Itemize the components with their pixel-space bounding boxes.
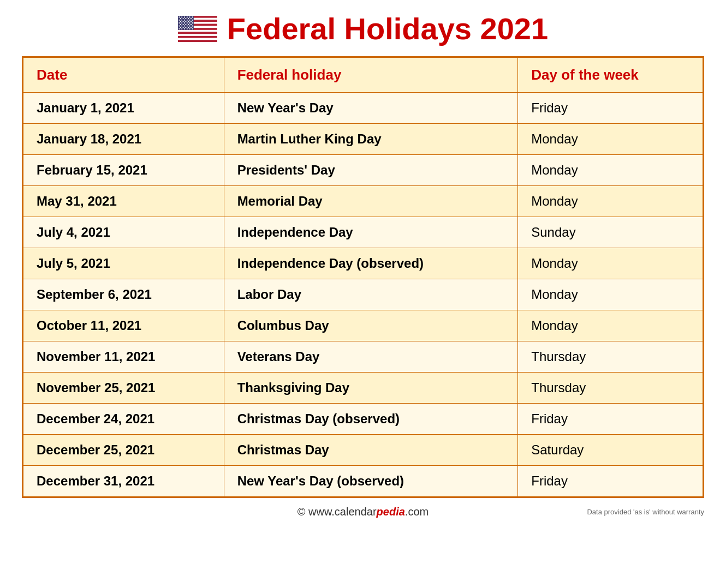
cell-day: Monday (518, 279, 703, 310)
svg-point-53 (180, 27, 181, 28)
svg-point-46 (191, 23, 192, 25)
us-flag-icon (178, 16, 217, 42)
holidays-table: Date Federal holiday Day of the week Jan… (23, 57, 703, 497)
svg-rect-7 (178, 29, 217, 32)
svg-point-52 (192, 25, 193, 26)
table-row: November 11, 2021Veterans DayThursday (23, 341, 703, 373)
svg-point-17 (187, 16, 188, 17)
cell-date: December 25, 2021 (23, 435, 224, 466)
cell-holiday: Independence Day (224, 217, 518, 248)
svg-point-58 (178, 28, 180, 29)
table-row: May 31, 2021Memorial DayMonday (23, 186, 703, 217)
cell-holiday: New Year's Day (224, 93, 518, 124)
svg-point-42 (180, 23, 181, 25)
svg-point-62 (189, 28, 190, 29)
cell-day: Monday (518, 155, 703, 186)
cell-holiday: Thanksgiving Day (224, 373, 518, 404)
cell-day: Friday (518, 404, 703, 435)
svg-point-25 (178, 19, 180, 20)
svg-point-60 (184, 28, 185, 29)
svg-rect-10 (178, 35, 217, 38)
svg-point-40 (189, 22, 190, 23)
svg-point-61 (187, 28, 188, 29)
cell-holiday: Columbus Day (224, 310, 518, 341)
cell-holiday: Labor Day (224, 279, 518, 310)
table-row: July 5, 2021Independence Day (observed)M… (23, 248, 703, 279)
svg-point-23 (188, 18, 189, 19)
svg-point-30 (192, 19, 193, 20)
table-row: July 4, 2021Independence DaySunday (23, 217, 703, 248)
svg-point-50 (187, 25, 188, 26)
col-header-day: Day of the week (518, 58, 703, 93)
svg-point-16 (184, 16, 185, 17)
col-header-holiday: Federal holiday (224, 58, 518, 93)
cell-holiday: Veterans Day (224, 341, 518, 373)
cell-day: Friday (518, 466, 703, 497)
svg-point-27 (184, 19, 185, 20)
svg-point-47 (178, 25, 180, 26)
table-row: December 31, 2021New Year's Day (observe… (23, 466, 703, 497)
svg-point-41 (192, 22, 193, 23)
cell-day: Monday (518, 248, 703, 279)
table-row: December 24, 2021Christmas Day (observed… (23, 404, 703, 435)
footer-note: Data provided 'as is' without warranty (587, 508, 704, 516)
cell-holiday: New Year's Day (observed) (224, 466, 518, 497)
table-row: February 15, 2021Presidents' DayMonday (23, 155, 703, 186)
col-header-date: Date (23, 58, 224, 93)
svg-point-22 (185, 18, 186, 19)
svg-point-45 (188, 23, 189, 25)
svg-point-34 (188, 21, 189, 22)
svg-point-38 (184, 22, 185, 23)
cell-holiday: Christmas Day (observed) (224, 404, 518, 435)
cell-day: Thursday (518, 341, 703, 373)
svg-point-33 (185, 21, 186, 22)
svg-point-57 (191, 27, 192, 28)
page-title: Federal Holidays 2021 (227, 11, 548, 46)
cell-date: December 31, 2021 (23, 466, 224, 497)
svg-point-21 (182, 18, 183, 19)
svg-point-63 (192, 28, 193, 29)
table-row: November 25, 2021Thanksgiving DayThursda… (23, 373, 703, 404)
svg-point-37 (181, 22, 182, 23)
svg-point-51 (189, 25, 190, 26)
table-row: October 11, 2021Columbus DayMonday (23, 310, 703, 341)
svg-point-32 (182, 21, 183, 22)
cell-day: Saturday (518, 435, 703, 466)
cell-date: November 25, 2021 (23, 373, 224, 404)
footer-credit: © www.calendarpedia.com (297, 506, 429, 518)
cell-day: Monday (518, 124, 703, 155)
cell-date: July 5, 2021 (23, 248, 224, 279)
svg-point-55 (185, 27, 186, 28)
svg-point-39 (187, 22, 188, 23)
cell-date: December 24, 2021 (23, 404, 224, 435)
cell-day: Monday (518, 310, 703, 341)
cell-holiday: Independence Day (observed) (224, 248, 518, 279)
cell-date: November 11, 2021 (23, 341, 224, 373)
holidays-table-wrapper: Date Federal holiday Day of the week Jan… (22, 56, 704, 498)
svg-point-18 (189, 16, 190, 17)
svg-point-59 (181, 28, 182, 29)
cell-day: Sunday (518, 217, 703, 248)
svg-point-29 (189, 19, 190, 20)
page-footer: © www.calendarpedia.com Data provided 'a… (22, 506, 704, 518)
svg-rect-11 (178, 38, 217, 40)
svg-point-28 (187, 19, 188, 20)
cell-date: May 31, 2021 (23, 186, 224, 217)
svg-point-26 (181, 19, 182, 20)
svg-rect-8 (178, 32, 217, 34)
svg-point-48 (181, 25, 182, 26)
table-row: December 25, 2021Christmas DaySaturday (23, 435, 703, 466)
svg-point-24 (191, 18, 192, 19)
svg-point-54 (182, 27, 183, 28)
cell-holiday: Martin Luther King Day (224, 124, 518, 155)
svg-point-20 (180, 18, 181, 19)
cell-date: January 18, 2021 (23, 124, 224, 155)
cell-date: October 11, 2021 (23, 310, 224, 341)
cell-date: July 4, 2021 (23, 217, 224, 248)
cell-holiday: Memorial Day (224, 186, 518, 217)
table-row: January 18, 2021Martin Luther King DayMo… (23, 124, 703, 155)
cell-day: Monday (518, 186, 703, 217)
svg-point-14 (178, 16, 180, 17)
svg-rect-9 (178, 34, 217, 36)
svg-point-43 (182, 23, 183, 25)
